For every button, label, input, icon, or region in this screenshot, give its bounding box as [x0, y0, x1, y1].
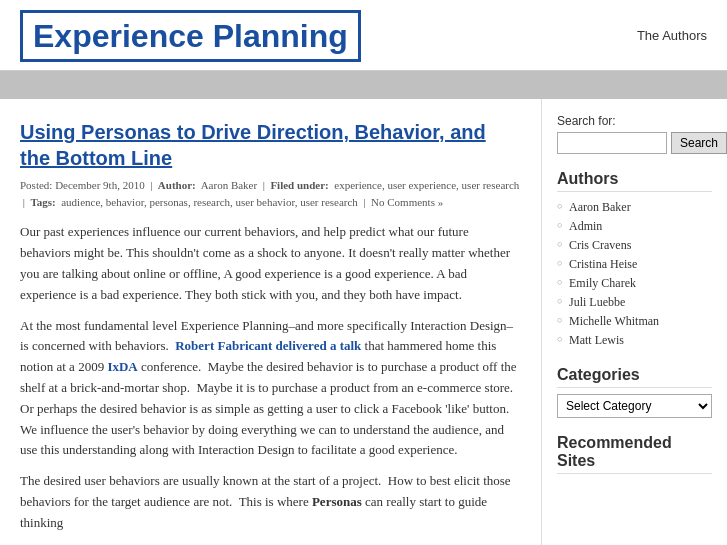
- post-title-link[interactable]: Using Personas to Drive Direction, Behav…: [20, 121, 486, 169]
- authors-list: Aaron Baker Admin Cris Cravens Cristina …: [557, 198, 712, 350]
- authors-section: Authors Aaron Baker Admin Cris Cravens C…: [557, 170, 712, 350]
- tag-user-research[interactable]: user research: [300, 196, 358, 208]
- body-paragraph-1: Our past experiences influence our curre…: [20, 222, 521, 305]
- main-content: Using Personas to Drive Direction, Behav…: [0, 99, 542, 545]
- fabricant-link-text: Robert Fabricant delivered a talk: [175, 338, 361, 353]
- tag-user-behavior[interactable]: user behavior: [236, 196, 295, 208]
- comments-link[interactable]: No Comments »: [371, 196, 443, 208]
- author-michelle[interactable]: Michelle Whitman: [569, 314, 659, 328]
- ixda-link[interactable]: IxDA: [107, 359, 137, 374]
- filed-under-label: Filed under:: [270, 179, 328, 191]
- nav-bar: [0, 71, 727, 99]
- header-nav: The Authors: [637, 28, 707, 44]
- tag-behavior[interactable]: behavior: [106, 196, 144, 208]
- recommended-heading: Recommended Sites: [557, 434, 712, 474]
- search-label: Search for:: [557, 114, 712, 128]
- filed-link-ux[interactable]: user experience: [387, 179, 456, 191]
- sidebar: Search for: Search Authors Aaron Baker A…: [542, 99, 727, 545]
- author-matt[interactable]: Matt Lewis: [569, 333, 624, 347]
- body-paragraph-3: The desired user behaviors are usually k…: [20, 471, 521, 533]
- author-juli[interactable]: Juli Luebbe: [569, 295, 625, 309]
- tag-research[interactable]: research: [193, 196, 230, 208]
- filed-items: experience, user experience, user resear…: [334, 179, 519, 191]
- personas-text: Personas: [312, 494, 362, 509]
- post-date: Posted: December 9th, 2010: [20, 179, 145, 191]
- ixda-text: IxDA: [107, 359, 137, 374]
- author-aaron[interactable]: Aaron Baker: [569, 200, 631, 214]
- author-emily[interactable]: Emily Charek: [569, 276, 636, 290]
- search-form: Search: [557, 132, 712, 154]
- post-meta: Posted: December 9th, 2010 | Author: Aar…: [20, 177, 521, 210]
- list-item: Emily Charek: [557, 274, 712, 293]
- list-item: Cris Cravens: [557, 236, 712, 255]
- tag-personas[interactable]: personas: [149, 196, 188, 208]
- list-item: Admin: [557, 217, 712, 236]
- search-button[interactable]: Search: [671, 132, 727, 154]
- categories-select[interactable]: Select Category: [557, 394, 712, 418]
- filed-link-research[interactable]: user research: [462, 179, 520, 191]
- categories-section: Categories Select Category: [557, 366, 712, 418]
- author-cris[interactable]: Cris Cravens: [569, 238, 631, 252]
- filed-link-experience[interactable]: experience: [334, 179, 382, 191]
- tags-label: Tags:: [30, 196, 55, 208]
- recommended-section: Recommended Sites: [557, 434, 712, 474]
- author-admin[interactable]: Admin: [569, 219, 602, 233]
- post-title: Using Personas to Drive Direction, Behav…: [20, 119, 521, 171]
- author-label: Author:: [158, 179, 196, 191]
- search-section: Search for: Search: [557, 114, 712, 154]
- body-paragraph-2: At the most fundamental level Experience…: [20, 316, 521, 462]
- search-input[interactable]: [557, 132, 667, 154]
- site-title: Experience Planning: [20, 10, 361, 62]
- author-link[interactable]: Aaron Baker: [201, 179, 258, 191]
- list-item: Michelle Whitman: [557, 312, 712, 331]
- authors-heading: Authors: [557, 170, 712, 192]
- categories-heading: Categories: [557, 366, 712, 388]
- fabricant-link[interactable]: Robert Fabricant delivered a talk: [175, 338, 361, 353]
- post-body: Our past experiences influence our curre…: [20, 222, 521, 533]
- authors-link[interactable]: The Authors: [637, 28, 707, 43]
- tag-audience[interactable]: audience: [61, 196, 100, 208]
- author-cristina[interactable]: Cristina Heise: [569, 257, 637, 271]
- tag-items: audience, behavior, personas, research, …: [61, 196, 358, 208]
- list-item: Matt Lewis: [557, 331, 712, 350]
- list-item: Juli Luebbe: [557, 293, 712, 312]
- list-item: Cristina Heise: [557, 255, 712, 274]
- list-item: Aaron Baker: [557, 198, 712, 217]
